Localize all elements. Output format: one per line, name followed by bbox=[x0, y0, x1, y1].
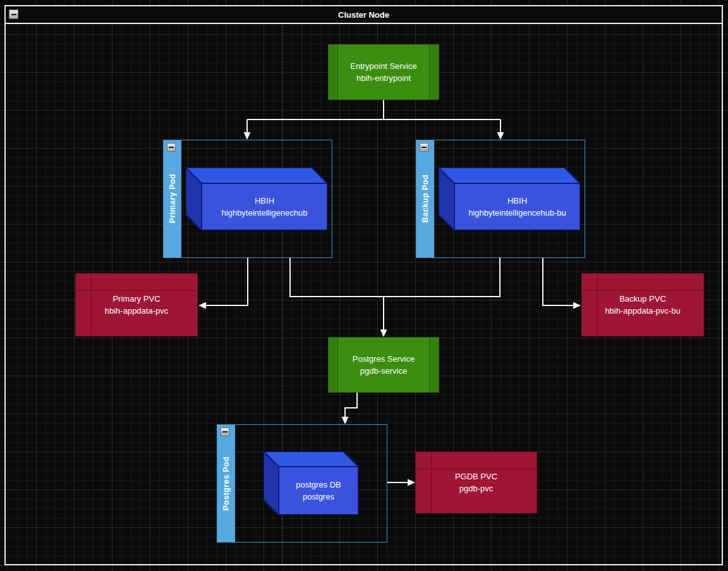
node-label: postgres DB postgres bbox=[279, 467, 358, 515]
app-id: highbyteintelligenechub bbox=[222, 207, 308, 219]
node-label: HBIH highbyteintelligenechub bbox=[202, 183, 327, 230]
diagram-canvas[interactable]: Cluster Node bbox=[0, 0, 728, 571]
primary-pod-sidebar[interactable]: Primary Pod bbox=[164, 140, 181, 257]
app-id: highbyteintelligencehub-bu bbox=[468, 207, 566, 219]
node-label: Backup PVC hbih-appdata-pvc-bu bbox=[582, 274, 703, 336]
pod-collapse-button[interactable] bbox=[221, 427, 229, 436]
postgres-pod-sidebar[interactable]: Postgres Pod bbox=[217, 425, 235, 542]
service-name: Postgres Service bbox=[353, 353, 415, 365]
cluster-node-titlebar: Cluster Node bbox=[6, 6, 722, 24]
app-name: HBIH bbox=[507, 195, 527, 207]
primary-app-cube[interactable]: HBIH highbyteintelligenechub bbox=[186, 168, 327, 230]
backup-pod-sidebar[interactable]: Backup Pod bbox=[416, 140, 434, 257]
entrypoint-service-node[interactable]: Entrypoint Service hbih-entrypoint bbox=[328, 44, 439, 100]
node-label: Postgres Service pgdb-service bbox=[329, 338, 439, 392]
minus-icon bbox=[422, 147, 427, 148]
pod-label: Postgres Pod bbox=[222, 457, 231, 510]
pvc-id: hbih-appdata-pvc bbox=[105, 305, 168, 317]
node-label: Primary PVC hbih-appdata-pvc bbox=[76, 274, 197, 336]
node-label: Entrypoint Service hbih-entrypoint bbox=[329, 45, 439, 99]
service-id: pgdb-service bbox=[360, 365, 407, 377]
pod-label: Primary Pod bbox=[168, 174, 177, 223]
node-label: PGDB PVC pgdb-pvc bbox=[416, 452, 537, 513]
app-name: HBIH bbox=[255, 195, 274, 207]
postgres-db-cube[interactable]: postgres DB postgres bbox=[264, 451, 358, 515]
pod-label: Backup Pod bbox=[421, 175, 430, 223]
pgdb-pvc-node[interactable]: PGDB PVC pgdb-pvc bbox=[415, 451, 537, 513]
node-label: HBIH highbyteintelligencehub-bu bbox=[454, 183, 580, 230]
backup-app-cube[interactable]: HBIH highbyteintelligencehub-bu bbox=[439, 168, 580, 230]
pvc-name: Primary PVC bbox=[112, 293, 160, 305]
minus-icon bbox=[222, 431, 228, 433]
minus-icon bbox=[169, 147, 174, 148]
pvc-id: hbih-appdata-pvc-bu bbox=[605, 305, 680, 317]
service-id: hbih-entrypoint bbox=[356, 72, 411, 84]
app-id: postgres bbox=[303, 491, 334, 503]
app-name: postgres DB bbox=[296, 479, 341, 491]
cluster-node-title: Cluster Node bbox=[338, 10, 389, 20]
pvc-name: Backup PVC bbox=[619, 293, 666, 305]
minus-icon bbox=[11, 14, 16, 15]
backup-pvc-node[interactable]: Backup PVC hbih-appdata-pvc-bu bbox=[581, 273, 704, 336]
pod-collapse-button[interactable] bbox=[420, 143, 428, 152]
cluster-collapse-button[interactable] bbox=[9, 9, 18, 19]
pod-collapse-button[interactable] bbox=[167, 143, 176, 152]
service-name: Entrypoint Service bbox=[350, 60, 417, 72]
primary-pvc-node[interactable]: Primary PVC hbih-appdata-pvc bbox=[75, 273, 198, 336]
postgres-service-node[interactable]: Postgres Service pgdb-service bbox=[328, 337, 439, 393]
pvc-name: PGDB PVC bbox=[455, 470, 497, 482]
pvc-id: pgdb-pvc bbox=[459, 482, 493, 494]
